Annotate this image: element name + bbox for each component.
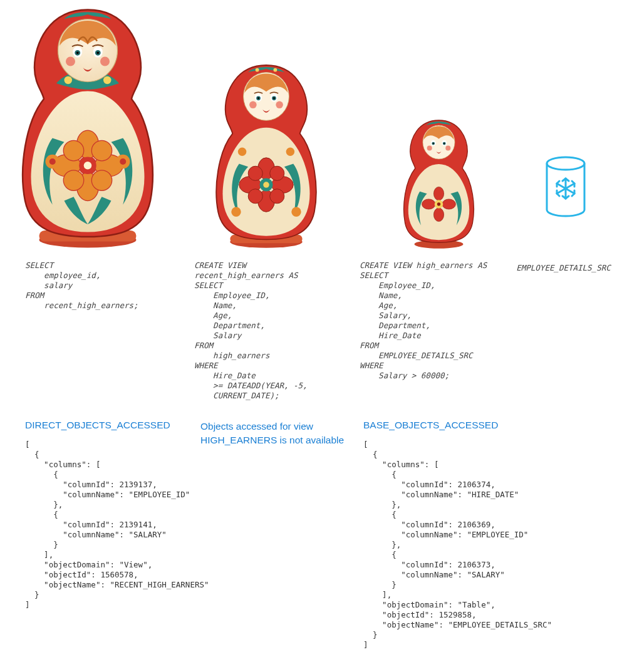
base-heading: BASE_OBJECTS_ACCESSED [363,420,570,431]
svg-point-53 [276,101,283,109]
svg-point-35 [248,166,262,180]
matryoshka-icon [397,118,481,249]
svg-line-85 [557,194,559,196]
middle-note-block: Objects accessed for view HIGH_EARNERS i… [200,420,345,448]
svg-point-18 [65,76,73,85]
source-table-label: EMPLOYEE_DETAILS_SRC [510,261,617,273]
svg-point-60 [442,199,455,209]
svg-point-52 [249,101,257,109]
svg-point-15 [49,158,56,165]
svg-point-43 [231,207,241,217]
direct-objects-block: DIRECT_OBJECTS_ACCESSED [ { "columns": [… [25,420,207,610]
svg-point-40 [263,182,269,188]
table-name: EMPLOYEE_DETAILS_SRC [516,263,611,272]
direct-objects-json: [ { "columns": [ { "columnId": 2139137, … [25,440,207,610]
sql-query-block: SELECT employee_id, salary FROM recent_h… [25,261,188,311]
svg-point-66 [432,143,433,144]
doll-large [0,5,175,249]
svg-point-44 [291,207,301,217]
sql-code: CREATE VIEW recent_high_earners AS SELEC… [194,261,351,401]
base-objects-block: BASE_OBJECTS_ACCESSED [ { "columns": [ {… [363,420,570,650]
svg-point-10 [63,170,84,191]
direct-heading: DIRECT_OBJECTS_ACCESSED [25,420,207,431]
svg-point-28 [100,57,110,66]
svg-point-69 [443,143,445,144]
doll-small [376,118,501,249]
svg-point-62 [437,202,440,205]
svg-point-19 [103,76,111,85]
sql-code: CREATE VIEW high_earners AS SELECT Emplo… [360,261,504,381]
svg-point-13 [84,162,92,170]
sql-code: SELECT employee_id, salary FROM recent_h… [25,261,188,311]
svg-point-26 [96,51,99,54]
database-cylinder [514,124,617,249]
svg-point-11 [91,170,112,191]
matryoshka-icon [206,61,326,249]
sql-view1-block: CREATE VIEW high_earners AS SELECT Emplo… [360,261,504,381]
svg-point-51 [273,97,275,99]
svg-point-55 [274,68,277,72]
sql-view2-block: CREATE VIEW recent_high_earners AS SELEC… [194,261,351,401]
svg-point-36 [270,166,284,180]
svg-point-23 [76,51,79,54]
svg-point-70 [427,145,432,150]
svg-point-38 [270,189,284,204]
access-history-row: DIRECT_OBJECTS_ACCESSED [ { "columns": [… [0,420,617,650]
svg-point-9 [91,140,112,161]
base-objects-json: [ { "columns": [ { "columnId": 2106374, … [363,440,570,650]
matryoshka-icon [9,5,166,249]
svg-point-71 [445,145,450,150]
svg-point-48 [257,97,259,99]
illustration-row [0,0,617,249]
svg-point-42 [286,148,294,156]
svg-point-8 [63,140,84,161]
sql-row: SELECT employee_id, salary FROM recent_h… [0,261,617,401]
svg-point-41 [238,148,246,156]
not-available-note: Objects accessed for view HIGH_EARNERS i… [200,420,345,448]
svg-point-58 [433,208,443,222]
svg-point-54 [256,68,259,72]
svg-point-59 [422,199,435,209]
svg-point-57 [433,187,443,200]
svg-point-27 [66,57,75,66]
svg-point-72 [547,157,584,170]
doll-medium [188,61,345,249]
svg-point-17 [120,158,126,165]
svg-line-87 [572,194,574,196]
snowflake-db-icon [541,124,590,249]
svg-point-37 [248,189,262,204]
